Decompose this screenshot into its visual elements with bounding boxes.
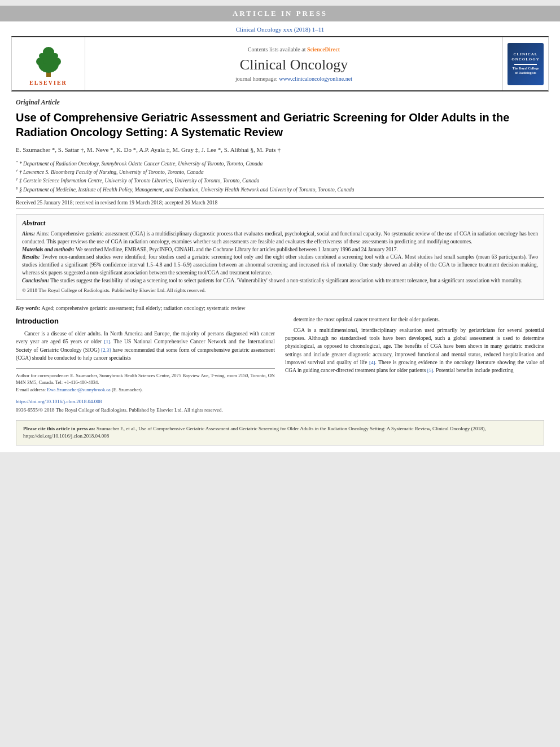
sciencedirect-link[interactable]: ScienceDirect <box>307 46 340 53</box>
two-column-section: Introduction Cancer is a disease of olde… <box>16 316 544 414</box>
intro-right-para-2: CGA is a multidimensional, interdiscipli… <box>285 326 544 375</box>
email-label: E-mail address: <box>16 387 46 392</box>
homepage-line: journal homepage: www.clinicaloncologyon… <box>235 76 352 82</box>
keywords-label: Key words: <box>16 305 41 311</box>
svg-point-3 <box>43 47 54 57</box>
aip-banner: ARTICLE IN PRESS <box>0 6 560 21</box>
svg-point-6 <box>39 53 45 59</box>
abstract-section: Abstract Aims: Aims: Comprehensive geria… <box>16 214 544 299</box>
affiliation-2: † † Lawrence S. Bloomberg Faculty of Nur… <box>16 168 544 176</box>
journal-logo: CLINICAL ONCOLOGY The Royal Collegeof Ra… <box>503 37 548 90</box>
journal-ref: Clinical Oncology xxx (2018) 1–11 <box>11 26 549 33</box>
keywords-text: Aged; comprehensive geriatric assessment… <box>41 305 245 311</box>
journal-ref-text: Clinical Oncology xxx (2018) 1–11 <box>236 26 325 33</box>
footnote-email: E-mail address: Ewa.Szumacher@sunnybrook… <box>16 386 275 394</box>
affiliations: * * Department of Radiation Oncology, Su… <box>16 159 544 194</box>
keywords-line: Key words: Aged; comprehensive geriatric… <box>16 305 544 311</box>
authors: E. Szumacher *, S. Sattar †, M. Neve *, … <box>16 145 544 155</box>
left-column: Introduction Cancer is a disease of olde… <box>16 316 275 414</box>
svg-point-7 <box>53 53 58 59</box>
email-link[interactable]: Ewa.Szumacher@sunnybrook.ca <box>47 387 111 392</box>
abstract-methods: Materials and methods: We searched Medli… <box>22 247 398 252</box>
citation-notice: Please cite this article in press as: Sz… <box>16 420 544 445</box>
received-line: Received 25 January 2018; received in re… <box>16 197 544 208</box>
elsevier-brand-text: ELSEVIER <box>29 80 67 86</box>
abstract-text: Aims: Aims: Comprehensive geriatric asse… <box>22 230 538 294</box>
abstract-aims: Aims: Aims: Comprehensive geriatric asse… <box>22 231 538 244</box>
right-column: determine the most optimal cancer treatm… <box>285 316 544 414</box>
abstract-title: Abstract <box>22 219 538 228</box>
authors-text: E. Szumacher *, S. Sattar †, M. Neve *, … <box>16 146 281 153</box>
header-row: ELSEVIER Contents lists available at Sci… <box>11 36 549 91</box>
doi-link[interactable]: https://doi.org/10.1016/j.clon.2018.04.0… <box>16 398 275 406</box>
logo-text2: ONCOLOGY <box>511 57 540 62</box>
sciencedirect-line: Contents lists available at ScienceDirec… <box>248 46 340 53</box>
main-content: Original Article Use of Comprehensive Ge… <box>0 91 560 452</box>
footnote-correspondence: Author for correspondence: E. Szumacher,… <box>16 372 275 387</box>
intro-left-para: Cancer is a disease of older adults. In … <box>16 330 275 362</box>
aip-text: ARTICLE IN PRESS <box>233 9 327 18</box>
ref-4: [4] <box>369 360 375 365</box>
journal-title: Clinical Oncology <box>240 56 348 73</box>
article-title: Use of Comprehensive Geriatric Assessmen… <box>16 110 544 139</box>
affiliation-1: * * Department of Radiation Oncology, Su… <box>16 159 544 168</box>
citation-text: Please cite this article in press as: Sz… <box>23 426 486 439</box>
logo-subtext: The Royal Collegeof Radiologists <box>513 67 539 76</box>
sciencedirect-prefix: Contents lists available at <box>248 46 305 53</box>
copyright-line: © 2018 The Royal College of Radiologists… <box>22 287 538 294</box>
logo-box: CLINICAL ONCOLOGY The Royal Collegeof Ra… <box>508 43 544 85</box>
intro-right-para-1: determine the most optimal cancer treatm… <box>285 316 544 324</box>
affiliation-3: ‡ ‡ Gerstein Science Information Centre,… <box>16 176 544 185</box>
email-suffix: (E. Szumacher). <box>112 387 143 392</box>
journal-center: Contents lists available at ScienceDirec… <box>85 37 503 90</box>
logo-text: CLINICAL <box>513 52 537 57</box>
ref-5: [5] <box>427 368 434 373</box>
elsevier-tree-icon <box>26 42 71 78</box>
abstract-results: Results: Twelve non-randomised studies w… <box>22 254 538 276</box>
article-type: Original Article <box>16 98 544 107</box>
affiliation-4: § § Department of Medicine, Institute of… <box>16 185 544 194</box>
elsevier-logo: ELSEVIER <box>12 37 85 90</box>
svg-point-4 <box>36 58 44 65</box>
svg-point-5 <box>53 58 61 65</box>
footnote-area: Author for correspondence: E. Szumacher,… <box>16 368 275 394</box>
abstract-conclusion: Conclusion: The studies suggest the feas… <box>22 278 522 283</box>
homepage-link[interactable]: www.clinicaloncologyonline.net <box>279 76 352 82</box>
page: ARTICLE IN PRESS Clinical Oncology xxx (… <box>0 6 560 452</box>
header-area: Clinical Oncology xxx (2018) 1–11 <box>0 21 560 91</box>
ref-1: [1] <box>104 339 110 344</box>
ref-2-3: [2,3] <box>101 347 111 353</box>
introduction-heading: Introduction <box>16 316 275 327</box>
homepage-prefix: journal homepage: <box>235 76 278 82</box>
issn-line: 0936-6555/© 2018 The Royal College of Ra… <box>16 407 275 414</box>
